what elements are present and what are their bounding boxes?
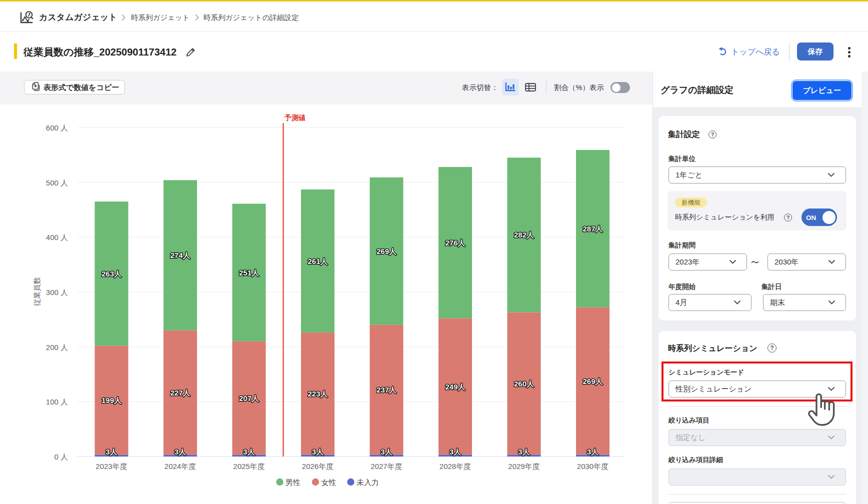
svg-text:223人: 223人 — [308, 390, 328, 398]
svg-text:300 人: 300 人 — [46, 288, 68, 296]
svg-text:200 人: 200 人 — [46, 343, 68, 352]
svg-text:3人: 3人 — [587, 448, 599, 456]
svg-text:287人: 287人 — [582, 224, 603, 233]
svg-text:2023年度: 2023年度 — [96, 462, 127, 470]
svg-text:2026年度: 2026年度 — [302, 462, 334, 470]
svg-text:199人: 199人 — [102, 396, 122, 404]
svg-text:237人: 237人 — [376, 386, 397, 394]
svg-text:3人: 3人 — [174, 448, 186, 456]
svg-text:未入力: 未入力 — [356, 478, 379, 486]
svg-text:263人: 263人 — [102, 270, 122, 278]
svg-text:282人: 282人 — [514, 230, 534, 239]
svg-text:3人: 3人 — [450, 448, 462, 456]
svg-text:従業員数: 従業員数 — [33, 277, 41, 306]
svg-text:2030年度: 2030年度 — [577, 462, 608, 470]
svg-text:2028年度: 2028年度 — [440, 462, 471, 470]
svg-text:260人: 260人 — [514, 380, 534, 388]
svg-text:600 人: 600 人 — [46, 124, 68, 132]
svg-text:3人: 3人 — [518, 448, 530, 456]
svg-text:3人: 3人 — [243, 448, 255, 456]
svg-text:3人: 3人 — [312, 448, 324, 456]
svg-text:3人: 3人 — [380, 448, 392, 456]
svg-text:2024年度: 2024年度 — [164, 462, 196, 470]
svg-text:251人: 251人 — [239, 268, 260, 277]
svg-text:男性: 男性 — [286, 478, 300, 486]
svg-text:269人: 269人 — [376, 247, 397, 256]
svg-text:100 人: 100 人 — [46, 398, 68, 406]
svg-text:500 人: 500 人 — [46, 178, 68, 187]
svg-text:予測値: 予測値 — [284, 114, 306, 122]
svg-text:2027年度: 2027年度 — [370, 462, 402, 470]
svg-text:女性: 女性 — [322, 478, 336, 486]
svg-text:261人: 261人 — [308, 257, 328, 266]
svg-text:3人: 3人 — [106, 448, 118, 456]
svg-text:400 人: 400 人 — [46, 233, 68, 242]
svg-text:249人: 249人 — [445, 382, 466, 391]
svg-text:227人: 227人 — [170, 388, 190, 397]
svg-text:2025年度: 2025年度 — [233, 462, 264, 470]
svg-text:0 人: 0 人 — [54, 452, 68, 461]
svg-text:207人: 207人 — [239, 394, 260, 402]
svg-text:2029年度: 2029年度 — [508, 462, 540, 470]
svg-text:269人: 269人 — [582, 377, 603, 386]
svg-text:276人: 276人 — [445, 238, 466, 247]
svg-text:274人: 274人 — [170, 251, 190, 260]
